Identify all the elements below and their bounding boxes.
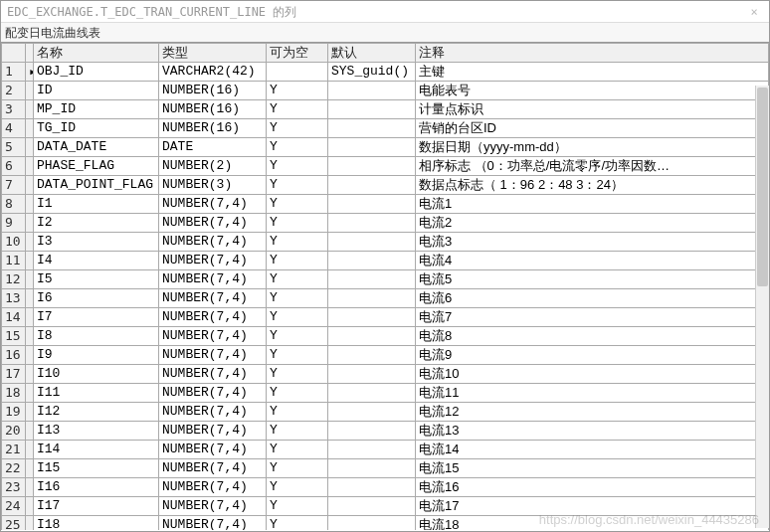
cell-default[interactable] [328,384,416,403]
cell-name[interactable]: TG_ID [34,119,159,138]
cell-type[interactable]: NUMBER(7,4) [159,516,267,531]
cell-name[interactable]: I5 [34,270,159,289]
cell-nullable[interactable]: Y [267,252,328,270]
cell-name[interactable]: I15 [34,459,159,478]
cell-type[interactable]: NUMBER(7,4) [159,327,267,346]
table-row[interactable]: 6PHASE_FLAGNUMBER(2)Y相序标志 （0：功率总/电流零序/功率… [2,157,769,176]
cell-default[interactable] [328,289,416,308]
cell-type[interactable]: VARCHAR2(42) [159,63,267,82]
cell-comment[interactable]: 电流10 [416,365,769,384]
cell-type[interactable]: NUMBER(16) [159,119,267,138]
cell-default[interactable] [328,176,416,195]
table-row[interactable]: 23I16NUMBER(7,4)Y电流16 [2,478,769,497]
cell-comment[interactable]: 电流1 [416,195,769,214]
cell-comment[interactable]: 电能表号 [416,82,769,100]
cell-nullable[interactable]: Y [267,346,328,365]
cell-comment[interactable]: 电流14 [416,441,769,459]
table-row[interactable]: 7DATA_POINT_FLAGNUMBER(3)Y数据点标志（ 1：96 2：… [2,176,769,195]
cell-nullable[interactable] [267,63,328,82]
cell-default[interactable]: SYS_guid() [328,63,416,82]
cell-name[interactable]: I11 [34,384,159,403]
header-type[interactable]: 类型 [159,44,267,63]
cell-type[interactable]: NUMBER(7,4) [159,252,267,270]
cell-nullable[interactable]: Y [267,403,328,422]
cell-type[interactable]: NUMBER(7,4) [159,289,267,308]
cell-type[interactable]: NUMBER(7,4) [159,214,267,233]
cell-type[interactable]: NUMBER(16) [159,82,267,100]
cell-default[interactable] [328,365,416,384]
cell-default[interactable] [328,422,416,441]
table-row[interactable]: 10I3NUMBER(7,4)Y电流3 [2,233,769,252]
cell-nullable[interactable]: Y [267,233,328,252]
cell-type[interactable]: NUMBER(7,4) [159,195,267,214]
cell-comment[interactable]: 电流5 [416,270,769,289]
table-row[interactable]: 1▸OBJ_IDVARCHAR2(42)SYS_guid()主键 [2,63,769,82]
table-row[interactable]: 18I11NUMBER(7,4)Y电流11 [2,384,769,403]
cell-comment[interactable]: 电流7 [416,308,769,327]
cell-nullable[interactable]: Y [267,384,328,403]
table-row[interactable]: 8I1NUMBER(7,4)Y电流1 [2,195,769,214]
vertical-scrollbar[interactable] [755,86,769,528]
cell-default[interactable] [328,233,416,252]
table-row[interactable]: 17I10NUMBER(7,4)Y电流10 [2,365,769,384]
cell-comment[interactable]: 电流2 [416,214,769,233]
table-row[interactable]: 13I6NUMBER(7,4)Y电流6 [2,289,769,308]
table-row[interactable]: 12I5NUMBER(7,4)Y电流5 [2,270,769,289]
header-default[interactable]: 默认 [328,44,416,63]
table-row[interactable]: 5DATA_DATEDATEY数据日期（yyyy-mm-dd） [2,138,769,157]
cell-name[interactable]: I9 [34,346,159,365]
cell-name[interactable]: I8 [34,327,159,346]
cell-name[interactable]: I6 [34,289,159,308]
cell-comment[interactable]: 电流9 [416,346,769,365]
cell-comment[interactable]: 电流6 [416,289,769,308]
cell-name[interactable]: I4 [34,252,159,270]
cell-type[interactable]: NUMBER(7,4) [159,346,267,365]
cell-name[interactable]: DATA_DATE [34,138,159,157]
cell-default[interactable] [328,214,416,233]
cell-name[interactable]: I1 [34,195,159,214]
cell-type[interactable]: NUMBER(7,4) [159,403,267,422]
cell-type[interactable]: NUMBER(3) [159,176,267,195]
cell-nullable[interactable]: Y [267,516,328,531]
cell-default[interactable] [328,497,416,516]
table-row[interactable]: 15I8NUMBER(7,4)Y电流8 [2,327,769,346]
cell-name[interactable]: PHASE_FLAG [34,157,159,176]
cell-comment[interactable]: 电流17 [416,497,769,516]
cell-name[interactable]: DATA_POINT_FLAG [34,176,159,195]
cell-default[interactable] [328,195,416,214]
cell-comment[interactable]: 电流12 [416,403,769,422]
cell-default[interactable] [328,270,416,289]
cell-type[interactable]: NUMBER(7,4) [159,459,267,478]
cell-nullable[interactable]: Y [267,422,328,441]
cell-comment[interactable]: 电流18 [416,516,769,531]
table-row[interactable]: 24I17NUMBER(7,4)Y电流17 [2,497,769,516]
cell-name[interactable]: I13 [34,422,159,441]
cell-comment[interactable]: 电流4 [416,252,769,270]
cell-type[interactable]: NUMBER(7,4) [159,384,267,403]
cell-name[interactable]: MP_ID [34,100,159,119]
cell-default[interactable] [328,82,416,100]
cell-name[interactable]: I3 [34,233,159,252]
cell-type[interactable]: NUMBER(7,4) [159,478,267,497]
cell-nullable[interactable]: Y [267,441,328,459]
columns-grid[interactable]: 名称 类型 可为空 默认 注释 1▸OBJ_IDVARCHAR2(42)SYS_… [1,43,769,530]
cell-nullable[interactable]: Y [267,195,328,214]
cell-nullable[interactable]: Y [267,289,328,308]
cell-nullable[interactable]: Y [267,119,328,138]
cell-name[interactable]: I16 [34,478,159,497]
cell-name[interactable]: I10 [34,365,159,384]
cell-type[interactable]: NUMBER(7,4) [159,270,267,289]
cell-default[interactable] [328,516,416,531]
cell-default[interactable] [328,119,416,138]
cell-nullable[interactable]: Y [267,138,328,157]
cell-type[interactable]: NUMBER(7,4) [159,365,267,384]
cell-nullable[interactable]: Y [267,270,328,289]
cell-type[interactable]: NUMBER(7,4) [159,441,267,459]
cell-default[interactable] [328,100,416,119]
cell-comment[interactable]: 主键 [416,63,769,82]
cell-default[interactable] [328,459,416,478]
cell-name[interactable]: I2 [34,214,159,233]
table-row[interactable]: 2IDNUMBER(16)Y电能表号 [2,82,769,100]
cell-type[interactable]: NUMBER(7,4) [159,422,267,441]
cell-comment[interactable]: 计量点标识 [416,100,769,119]
